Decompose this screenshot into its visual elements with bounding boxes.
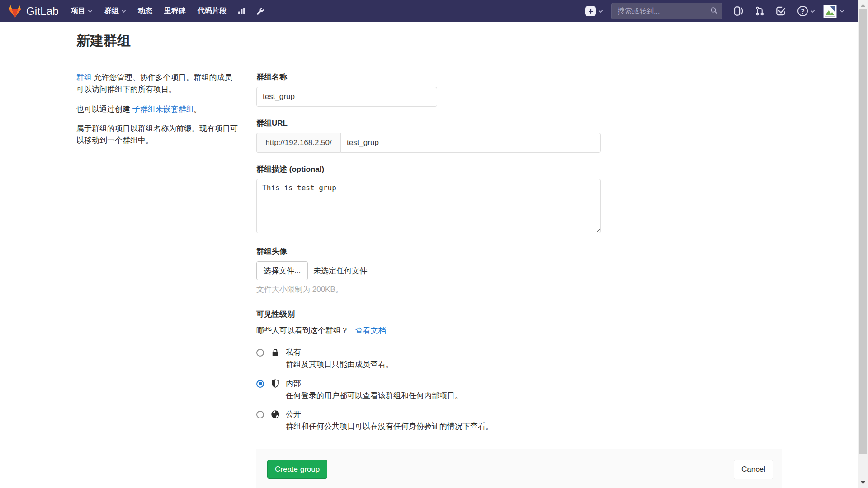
visibility-label: 可见性级别 <box>256 309 782 319</box>
visibility-docs-link[interactable]: 查看文档 <box>355 326 386 335</box>
group-description-label: 群组描述 (optional) <box>256 164 782 174</box>
nav-milestones-label: 里程碑 <box>164 6 186 16</box>
page-scrollbar <box>858 0 868 488</box>
user-avatar <box>823 5 837 18</box>
search-icon <box>710 7 718 14</box>
visibility-question: 哪些人可以看到这个群组？ <box>256 326 349 335</box>
nav-charts-button[interactable] <box>232 0 251 22</box>
private-radio[interactable] <box>256 349 264 357</box>
chevron-down-icon <box>810 9 815 13</box>
public-radio[interactable] <box>256 411 264 418</box>
wrench-icon <box>256 7 264 15</box>
chevron-down-icon <box>88 9 93 13</box>
gitlab-tanuki-icon <box>8 4 22 18</box>
nav-groups[interactable]: 群组 <box>99 0 132 22</box>
public-label: 公开 <box>286 409 493 419</box>
merge-request-icon <box>755 6 764 16</box>
nav-snippets-label: 代码片段 <box>198 6 226 16</box>
groups-link[interactable]: 群组 <box>76 73 92 82</box>
merge-requests-button[interactable] <box>751 6 768 16</box>
gitlab-logo-text: GitLab <box>26 5 59 18</box>
nav-activity[interactable]: 动态 <box>132 0 158 22</box>
user-menu-button[interactable] <box>823 5 844 18</box>
issues-icon <box>734 6 743 16</box>
avatar-size-hint: 文件大小限制为 200KB。 <box>256 284 782 295</box>
global-search <box>611 3 722 19</box>
new-group-form: 群组名称 群组URL http://192.168.2.50/ 群组描述 (op… <box>256 72 782 488</box>
todos-button[interactable] <box>773 6 789 16</box>
group-url-input[interactable] <box>340 133 601 153</box>
chevron-down-icon <box>598 9 603 13</box>
choose-file-button[interactable]: 选择文件... <box>256 261 308 280</box>
help-paragraph: 属于群组的项目以群组名称为前缀。现有项目可以移动到一个群组中。 <box>76 123 238 147</box>
group-name-input[interactable] <box>256 87 437 107</box>
issues-button[interactable] <box>730 6 747 16</box>
shield-icon <box>271 379 280 388</box>
cancel-button[interactable]: Cancel <box>734 460 773 479</box>
chevron-down-icon <box>840 9 844 13</box>
bar-chart-icon <box>238 7 245 15</box>
help-menu-button[interactable]: ? <box>794 6 819 16</box>
nav-projects-label: 项目 <box>71 6 85 16</box>
group-url-label: 群组URL <box>256 118 782 128</box>
scrollbar-thumb[interactable] <box>859 9 867 454</box>
internal-radio[interactable] <box>256 380 264 388</box>
nav-admin-button[interactable] <box>251 0 269 22</box>
internal-description: 任何登录的用户都可以查看该群组和任何内部项目。 <box>286 391 462 400</box>
new-group-page: 新建群组 群组 允许您管理、协作多个项目。群组的成员可以访问群组下的所有项目。 … <box>76 22 782 488</box>
help-text: 。 <box>194 105 202 113</box>
visibility-option-public: 公开 群组和任何公共项目可以在没有任何身份验证的情况下查看。 <box>256 409 782 432</box>
no-file-text: 未选定任何文件 <box>313 266 367 276</box>
todo-check-icon <box>776 6 786 16</box>
plus-icon <box>585 6 596 16</box>
top-navbar: GitLab 项目 群组 动态 里程碑 代码片段 <box>0 0 858 22</box>
group-description-textarea[interactable]: This is test_grup <box>256 179 601 233</box>
new-menu-button[interactable] <box>585 6 603 16</box>
gitlab-logo[interactable]: GitLab <box>8 4 59 18</box>
help-paragraph: 群组 允许您管理、协作多个项目。群组的成员可以访问群组下的所有项目。 <box>76 72 238 96</box>
form-actions: Create group Cancel <box>256 449 782 488</box>
broken-image-icon <box>825 6 835 17</box>
create-group-button[interactable]: Create group <box>267 460 327 479</box>
nav-activity-label: 动态 <box>138 6 152 16</box>
scrollbar-down-arrow-icon[interactable] <box>861 481 865 484</box>
visibility-option-private: 私有 群组及其项目只能由成员查看。 <box>256 347 782 370</box>
group-avatar-label: 群组头像 <box>256 246 782 257</box>
public-description: 群组和任何公共项目可以在没有任何身份验证的情况下查看。 <box>286 422 493 431</box>
group-help-panel: 群组 允许您管理、协作多个项目。群组的成员可以访问群组下的所有项目。 也可以通过… <box>76 72 238 488</box>
main-menu: 项目 群组 动态 里程碑 代码片段 <box>65 0 269 22</box>
search-input[interactable] <box>611 3 722 19</box>
help-paragraph: 也可以通过创建 子群组来嵌套群组。 <box>76 103 238 115</box>
private-label: 私有 <box>286 347 393 357</box>
subgroups-link[interactable]: 子群组来嵌套群组 <box>132 105 194 113</box>
help-text: 允许您管理、协作多个项目。群组的成员可以访问群组下的所有项目。 <box>76 73 232 94</box>
help-icon: ? <box>797 6 808 16</box>
internal-label: 内部 <box>286 379 462 388</box>
nav-groups-label: 群组 <box>104 6 119 16</box>
nav-projects[interactable]: 项目 <box>65 0 99 22</box>
lock-icon <box>271 348 280 357</box>
help-text: 也可以通过创建 <box>76 105 132 113</box>
visibility-option-internal: 内部 任何登录的用户都可以查看该群组和任何内部项目。 <box>256 379 782 401</box>
nav-milestones[interactable]: 里程碑 <box>158 0 192 22</box>
globe-icon <box>271 410 280 419</box>
chevron-down-icon <box>121 9 126 13</box>
scrollbar-up-arrow-icon[interactable] <box>861 4 865 7</box>
group-name-label: 群组名称 <box>256 72 782 82</box>
page-title: 新建群组 <box>76 32 782 50</box>
private-description: 群组及其项目只能由成员查看。 <box>286 360 393 369</box>
optional-text: (optional) <box>287 165 324 174</box>
label-text: 群组描述 <box>256 165 287 174</box>
group-url-prefix: http://192.168.2.50/ <box>256 133 340 153</box>
nav-snippets[interactable]: 代码片段 <box>192 0 232 22</box>
